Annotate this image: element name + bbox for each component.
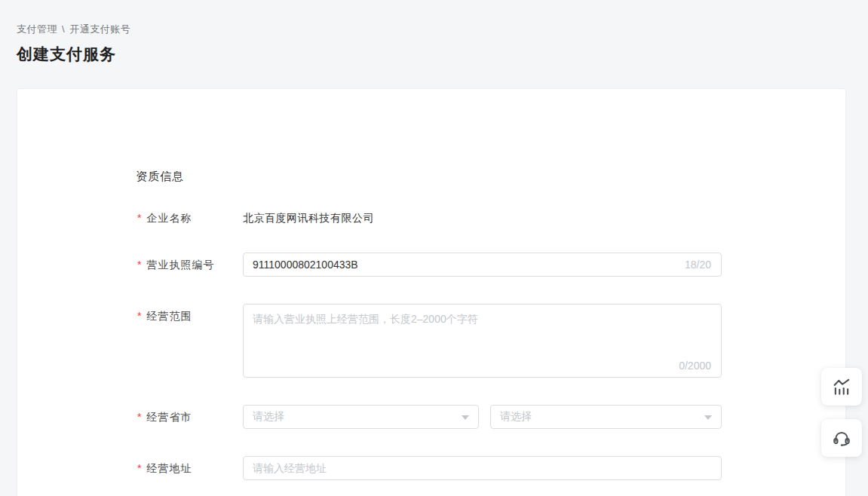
business-scope-textarea[interactable] [243, 304, 722, 378]
province-select-placeholder: 请选择 [253, 410, 284, 424]
breadcrumb-separator: \ [62, 23, 65, 35]
province-city-label: *经营省市 [137, 411, 192, 424]
customer-service-button[interactable] [821, 419, 862, 457]
customer-service-headset-icon [832, 428, 851, 448]
required-mark: * [137, 462, 142, 474]
chevron-down-icon [462, 415, 469, 420]
company-name-value: 北京百度网讯科技有限公司 [243, 212, 374, 225]
required-mark: * [137, 212, 142, 224]
city-select-placeholder: 请选择 [500, 410, 532, 424]
analytics-chart-icon [832, 377, 851, 396]
business-scope-label: *经营范围 [137, 310, 192, 323]
company-name-label: *企业名称 [137, 212, 192, 225]
address-field-wrap [243, 456, 722, 480]
license-number-field-wrap: 18/20 [243, 253, 722, 277]
required-mark: * [137, 411, 142, 423]
license-number-input[interactable] [243, 253, 722, 277]
form-panel [17, 88, 846, 496]
city-select[interactable]: 请选择 [490, 405, 722, 429]
breadcrumb-item-payment-management[interactable]: 支付管理 [17, 23, 57, 35]
page-title: 创建支付服务 [17, 44, 116, 65]
required-mark: * [137, 310, 142, 322]
breadcrumb: 支付管理\开通支付账号 [17, 23, 130, 36]
chevron-down-icon [704, 415, 712, 420]
breadcrumb-item-open-payment-account: 开通支付账号 [69, 23, 130, 35]
business-scope-field-wrap: 0/2000 [243, 304, 722, 378]
required-mark: * [137, 259, 142, 271]
license-number-label: *营业执照编号 [137, 259, 214, 272]
analytics-button[interactable] [821, 368, 862, 406]
address-input[interactable] [243, 456, 722, 480]
province-select[interactable]: 请选择 [243, 405, 479, 429]
address-label: *经营地址 [137, 462, 192, 476]
section-title-qualification-info: 资质信息 [136, 170, 184, 184]
